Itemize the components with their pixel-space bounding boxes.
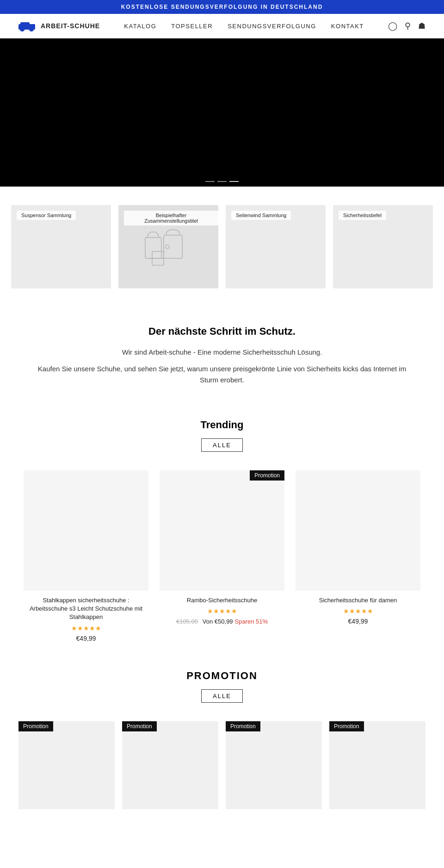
collections-section: Suspensor Sammlung Beispielhafter Zusamm…: [0, 187, 444, 307]
header: ARBEIT-SCHUHE KATALOG TOPSELLER SENDUNGS…: [0, 14, 444, 38]
product-price-0: €49,99: [24, 635, 148, 642]
search-icon[interactable]: ⚲: [405, 21, 411, 31]
promo-card-image-1: Promotion: [122, 721, 218, 809]
promo-card-2[interactable]: Promotion: [226, 721, 322, 809]
trending-section: Trending ALLE Stahlkappen sicherheitssch…: [0, 410, 444, 661]
promo-card-image-0: Promotion: [18, 721, 115, 809]
product-card-0[interactable]: Stahlkappen sicherheitsschuhe : Arbeitss…: [24, 470, 148, 642]
nav-kontakt[interactable]: KONTAKT: [331, 23, 364, 30]
header-icons: ◯ ⚲ ☗: [388, 21, 426, 31]
product-stars-1: ★★★★★: [160, 607, 284, 615]
about-title: Der nächste Schritt im Schutz.: [37, 325, 407, 337]
hero-image: [0, 38, 444, 187]
product-stars-2: ★★★★★: [296, 607, 420, 615]
svg-point-1: [20, 28, 25, 31]
product-image-2: [296, 470, 420, 591]
logo-icon: [18, 19, 37, 32]
trending-products: Stahlkappen sicherheitsschuhe : Arbeitss…: [18, 470, 426, 642]
promotion-section: PROMOTION ALLE Promotion Promotion Promo…: [0, 661, 444, 828]
promo-badge-tl-2: Promotion: [226, 721, 260, 731]
product-price-2: €49,99: [296, 618, 420, 625]
collection-item-3[interactable]: Sicherheitsstiefel: [333, 205, 433, 288]
promo-badge-tl-0: Promotion: [18, 721, 53, 731]
product-image-1: Promotion: [160, 470, 284, 591]
product-price-1: €105,00 Von €50,99 Sparen 51%: [160, 618, 284, 625]
main-nav: KATALOG TOPSELLER SENDUNGSVERFOLGUNG KON…: [100, 23, 388, 30]
logo[interactable]: ARBEIT-SCHUHE: [18, 19, 100, 32]
nav-sendungsverfolgung[interactable]: SENDUNGSVERFOLGUNG: [228, 23, 316, 30]
promo-card-3[interactable]: Promotion: [329, 721, 426, 809]
product-card-1[interactable]: Promotion Rambo-Sicherheitsschuhe ★★★★★ …: [160, 470, 284, 642]
collection-item-0[interactable]: Suspensor Sammlung: [11, 205, 111, 288]
price-sale-1: Von €50,99: [203, 618, 233, 625]
svg-rect-4: [145, 237, 161, 258]
product-name-0: Stahlkappen sicherheitsschuhe : Arbeitss…: [24, 596, 148, 622]
about-text2: Kaufen Sie unsere Schuhe, und sehen Sie …: [37, 363, 407, 386]
nav-topseller[interactable]: TOPSELLER: [171, 23, 213, 30]
hero-section: [0, 38, 444, 187]
user-icon[interactable]: ◯: [388, 21, 397, 31]
about-section: Der nächste Schritt im Schutz. Wir sind …: [0, 307, 444, 410]
collection-label-2: Seitenwind Sammlung: [231, 211, 291, 220]
logo-text: ARBEIT-SCHUHE: [41, 22, 100, 30]
product-stars-0: ★★★★★: [24, 624, 148, 632]
product-name-2: Sicherheitsschuhe für damen: [296, 596, 420, 605]
collection-label-3: Sicherheitsstiefel: [339, 211, 386, 220]
promo-badge-1: Promotion: [250, 470, 284, 481]
promotion-title: PROMOTION: [18, 670, 426, 682]
trending-title: Trending: [18, 419, 426, 431]
product-card-2[interactable]: Sicherheitsschuhe für damen ★★★★★ €49,99: [296, 470, 420, 642]
svg-rect-5: [164, 235, 182, 258]
trending-alle-button[interactable]: ALLE: [201, 438, 243, 452]
cart-icon[interactable]: ☗: [418, 21, 426, 31]
top-banner: KOSTENLOSE SENDUNGSVERFOLGUNG IN DEUTSCH…: [0, 0, 444, 14]
svg-point-7: [166, 245, 169, 249]
svg-point-2: [29, 28, 34, 31]
collection-item-1[interactable]: Beispielhafter Zusammenstellungstitel: [118, 205, 218, 288]
svg-rect-3: [20, 22, 30, 27]
promotion-alle-button[interactable]: ALLE: [201, 689, 243, 703]
product-image-0: [24, 470, 148, 591]
promo-card-image-2: Promotion: [226, 721, 322, 809]
promotion-grid: Promotion Promotion Promotion Promotion: [18, 721, 426, 809]
promo-card-image-3: Promotion: [329, 721, 426, 809]
nav-katalog[interactable]: KATALOG: [124, 23, 156, 30]
product-name-1: Rambo-Sicherheitsschuhe: [160, 596, 284, 605]
promo-badge-tl-1: Promotion: [122, 721, 157, 731]
collection-label-0: Suspensor Sammlung: [17, 211, 76, 220]
hero-dots: [205, 181, 239, 182]
collection-item-2[interactable]: Seitenwind Sammlung: [226, 205, 326, 288]
top-banner-text: KOSTENLOSE SENDUNGSVERFOLGUNG IN DEUTSCH…: [121, 4, 323, 10]
promo-card-0[interactable]: Promotion: [18, 721, 115, 809]
price-save-1: Sparen 51%: [235, 618, 268, 625]
price-original-1: €105,00: [176, 618, 198, 625]
promo-card-1[interactable]: Promotion: [122, 721, 218, 809]
about-text1: Wir sind Arbeit-schuhe - Eine moderne Si…: [37, 347, 407, 358]
promo-badge-tl-3: Promotion: [329, 721, 364, 731]
